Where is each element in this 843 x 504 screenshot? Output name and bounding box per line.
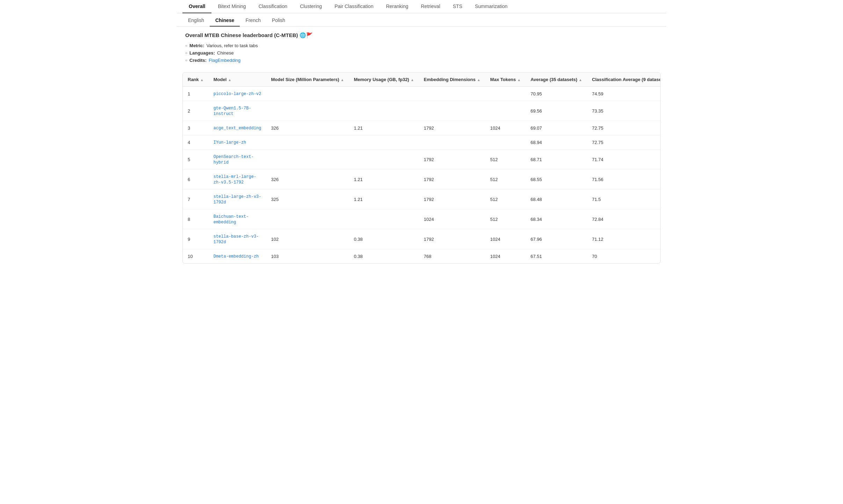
cell-memoryUsage	[349, 209, 419, 229]
model-link[interactable]: Dmeta-embedding-zh	[214, 254, 259, 259]
cell-memoryUsage	[349, 150, 419, 170]
model-link[interactable]: Baichuan-text-embedding	[214, 214, 249, 225]
cell-average: 68.48	[526, 189, 587, 209]
cell-classificationAvg: 72.75	[587, 135, 661, 150]
cell-embeddingDimensions: 1024	[419, 209, 485, 229]
cell-classificationAvg: 71.56	[587, 170, 661, 189]
cell-average: 69.07	[526, 121, 587, 135]
cell-classificationAvg: 71.12	[587, 229, 661, 249]
cell-memoryUsage	[349, 87, 419, 101]
cell-modelSize: 326	[266, 121, 349, 135]
cell-model: IYun-large-zh	[209, 135, 266, 150]
metric-value: Various, refer to task tabs	[207, 43, 258, 48]
cell-embeddingDimensions: 1792	[419, 189, 485, 209]
table-row: 9stella-base-zh-v3-1792d1020.38179210246…	[183, 229, 661, 249]
top-nav-tab-classification[interactable]: Classification	[252, 0, 294, 13]
col-header-classificationAvg[interactable]: Classification Average (9 datasets)▲	[587, 73, 661, 87]
top-nav: OverallBitext MiningClassificationCluste…	[177, 0, 666, 13]
col-header-embeddingDimensions[interactable]: Embedding Dimensions▲	[419, 73, 485, 87]
table-row: 3acge_text_embedding3261.211792102469.07…	[183, 121, 661, 135]
cell-embeddingDimensions	[419, 135, 485, 150]
cell-classificationAvg: 73.35	[587, 101, 661, 121]
cell-maxTokens	[485, 87, 526, 101]
cell-maxTokens: 1024	[485, 249, 526, 264]
credits-link[interactable]: FlagEmbedding	[209, 58, 240, 63]
sort-icon-model: ▲	[228, 78, 231, 82]
cell-rank: 2	[183, 101, 209, 121]
table-row: 8Baichuan-text-embedding102451268.3472.8…	[183, 209, 661, 229]
top-nav-tab-summarization[interactable]: Summarization	[469, 0, 514, 13]
table-row: 5OpenSearch-text-hybrid179251268.7171.74…	[183, 150, 661, 170]
cell-model: stella-large-zh-v3-1792d	[209, 189, 266, 209]
cell-embeddingDimensions: 1792	[419, 121, 485, 135]
col-header-average[interactable]: Average (35 datasets)▲	[526, 73, 587, 87]
cell-classificationAvg: 71.74	[587, 150, 661, 170]
model-link[interactable]: stella-mrl-large-zh-v3.5-1792	[214, 174, 256, 185]
cell-model: gte-Qwen1.5-7B-instruct	[209, 101, 266, 121]
sort-icon-maxTokens: ▲	[517, 78, 521, 82]
model-link[interactable]: gte-Qwen1.5-7B-instruct	[214, 106, 251, 116]
top-nav-tab-overall[interactable]: Overall	[182, 0, 211, 13]
cell-maxTokens: 512	[485, 150, 526, 170]
cell-memoryUsage: 1.21	[349, 121, 419, 135]
model-link[interactable]: stella-base-zh-v3-1792d	[214, 234, 259, 245]
cell-rank: 4	[183, 135, 209, 150]
cell-maxTokens	[485, 135, 526, 150]
cell-modelSize: 102	[266, 229, 349, 249]
lang-tab-french[interactable]: French	[240, 15, 266, 27]
top-nav-tab-retrieval[interactable]: Retrieval	[415, 0, 446, 13]
table-body: 1piccolo-large-zh-v270.9574.5962.172gte-…	[183, 87, 661, 264]
description-section: Overall MTEB Chinese leaderboard (C-MTEB…	[177, 27, 666, 70]
credits-item: Credits: FlagEmbedding	[185, 57, 658, 64]
col-header-model[interactable]: Model▲	[209, 73, 266, 87]
cell-modelSize: 326	[266, 170, 349, 189]
col-header-memoryUsage[interactable]: Memory Usage (GB, fp32)▲	[349, 73, 419, 87]
cell-rank: 1	[183, 87, 209, 101]
top-nav-tab-sts[interactable]: STS	[447, 0, 469, 13]
col-header-modelSize[interactable]: Model Size (Million Parameters)▲	[266, 73, 349, 87]
top-nav-tab-clustering[interactable]: Clustering	[294, 0, 328, 13]
cell-model: Baichuan-text-embedding	[209, 209, 266, 229]
page-wrapper: OverallBitext MiningClassificationCluste…	[177, 0, 666, 264]
cell-average: 70.95	[526, 87, 587, 101]
top-nav-tab-reranking[interactable]: Reranking	[380, 0, 415, 13]
table-row: 1piccolo-large-zh-v270.9574.5962.17	[183, 87, 661, 101]
cell-model: Dmeta-embedding-zh	[209, 249, 266, 264]
model-link[interactable]: acge_text_embedding	[214, 126, 261, 131]
model-link[interactable]: OpenSearch-text-hybrid	[214, 154, 254, 165]
cell-rank: 9	[183, 229, 209, 249]
lang-tab-polish[interactable]: Polish	[266, 15, 291, 27]
cell-average: 68.34	[526, 209, 587, 229]
cell-rank: 6	[183, 170, 209, 189]
model-link[interactable]: stella-large-zh-v3-1792d	[214, 194, 261, 205]
cell-classificationAvg: 74.59	[587, 87, 661, 101]
model-link[interactable]: IYun-large-zh	[214, 140, 246, 145]
cell-rank: 5	[183, 150, 209, 170]
languages-item: Languages: Chinese	[185, 49, 658, 57]
cell-maxTokens: 1024	[485, 229, 526, 249]
cell-maxTokens: 512	[485, 209, 526, 229]
cell-modelSize: 325	[266, 189, 349, 209]
cell-average: 67.96	[526, 229, 587, 249]
table-row: 4IYun-large-zh68.9472.7558.9	[183, 135, 661, 150]
model-link[interactable]: piccolo-large-zh-v2	[214, 92, 261, 96]
cell-classificationAvg: 70	[587, 249, 661, 264]
top-nav-tab-pair-classification[interactable]: Pair Classification	[328, 0, 380, 13]
cell-embeddingDimensions: 1792	[419, 170, 485, 189]
cell-classificationAvg: 71.5	[587, 189, 661, 209]
cell-maxTokens: 1024	[485, 121, 526, 135]
cell-maxTokens: 512	[485, 170, 526, 189]
cell-model: acge_text_embedding	[209, 121, 266, 135]
lang-tab-chinese[interactable]: Chinese	[210, 15, 240, 27]
cell-embeddingDimensions	[419, 101, 485, 121]
cell-memoryUsage: 0.38	[349, 249, 419, 264]
top-nav-tab-bitext-mining[interactable]: Bitext Mining	[211, 0, 252, 13]
col-header-rank[interactable]: Rank▲	[183, 73, 209, 87]
cell-modelSize: 103	[266, 249, 349, 264]
cell-model: stella-base-zh-v3-1792d	[209, 229, 266, 249]
sort-icon-memoryUsage: ▲	[411, 78, 414, 82]
lang-tab-english[interactable]: English	[182, 15, 210, 27]
col-header-maxTokens[interactable]: Max Tokens▲	[485, 73, 526, 87]
lang-tabs: EnglishChineseFrenchPolish	[177, 15, 666, 27]
cell-average: 67.51	[526, 249, 587, 264]
